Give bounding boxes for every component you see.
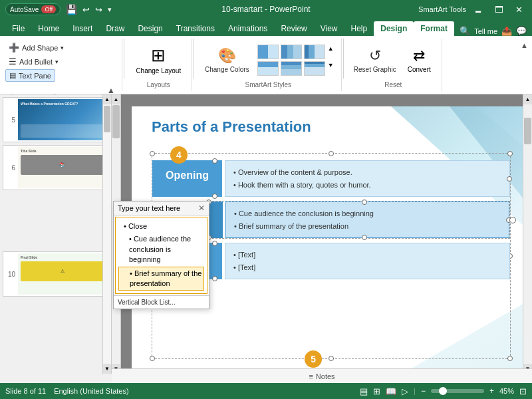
styles-scroll-up[interactable]: ▲ — [327, 44, 335, 60]
zoom-thumb[interactable] — [439, 387, 447, 395]
right-scroll-up[interactable]: ▲ — [523, 94, 532, 104]
slide-info: Slide 8 of 11 — [5, 387, 46, 395]
resize-handle-close[interactable] — [509, 217, 516, 223]
reset-group: ↺ Reset Graphic ⇄ Convert Reset — [345, 39, 442, 91]
view-reading-icon[interactable]: 📖 — [386, 386, 396, 396]
text-pane-icon: ▤ — [9, 71, 16, 80]
main-area: 5 What Makes a Presentation GREAT? 6 Tit… — [0, 94, 532, 374]
tab-file[interactable]: File — [5, 21, 31, 36]
search-icon[interactable]: 🔍 — [460, 26, 470, 36]
layouts-group: ⊞ Change Layout Layouts — [126, 39, 192, 91]
right-scrollbar-thumb[interactable] — [524, 118, 531, 144]
handle-tl — [150, 151, 155, 156]
slide-preview-10: Final Slide ⚠ — [18, 253, 106, 295]
slide-thumbnail-5[interactable]: 5 What Makes a Presentation GREAT? — [3, 97, 108, 142]
view-presentation-icon[interactable]: ▷ — [402, 386, 408, 396]
style-btn-2[interactable] — [281, 45, 302, 59]
zoom-in-icon[interactable]: + — [489, 386, 494, 396]
add-bullet-button[interactable]: ☰ Add Bullet ▾ — [5, 55, 62, 68]
tell-me-text[interactable]: Tell me — [474, 27, 497, 35]
autosave-off-badge: Off — [41, 5, 56, 13]
notes-label: Notes — [316, 372, 335, 380]
slide-thumbnail-10[interactable]: 10 Final Slide ⚠ — [3, 251, 108, 297]
reset-graphic-button[interactable]: ↺ Reset Graphic — [350, 45, 400, 75]
style-btn-6[interactable] — [304, 61, 325, 76]
opening-box[interactable]: Opening — [152, 160, 222, 197]
ribbon-collapse-icon[interactable]: ▲ — [521, 41, 528, 49]
minimize-button[interactable]: 🗕 — [470, 3, 487, 16]
style-btn-1[interactable] — [257, 45, 279, 59]
autosave-toggle[interactable]: AutoSave Off — [5, 3, 61, 15]
text-pane-item-close[interactable]: Close — [118, 220, 204, 233]
scrollbar-track — [103, 104, 111, 364]
tab-help[interactable]: Help — [344, 21, 374, 36]
add-shape-dropdown-icon[interactable]: ▾ — [61, 45, 64, 51]
row1-handle-bot — [212, 194, 217, 199]
tab-home[interactable]: Home — [31, 21, 66, 36]
handle-bm — [329, 356, 334, 361]
text-pane-header: Type your text here ✕ — [114, 201, 209, 215]
style-btn-5[interactable] — [281, 61, 302, 76]
tab-transitions[interactable]: Transitions — [170, 21, 221, 36]
zoom-out-icon[interactable]: − — [421, 386, 426, 396]
scroll-up-arrow[interactable]: ▲ — [103, 94, 111, 104]
autosave-label: AutoSave — [10, 6, 39, 13]
zoom-level[interactable]: 45% — [499, 387, 514, 395]
close-button[interactable]: ✕ — [511, 3, 527, 16]
text-pane-footer[interactable]: Vertical Block List... — [114, 295, 209, 309]
view-slide-sorter-icon[interactable]: ⊞ — [373, 386, 380, 396]
tab-smartart-design[interactable]: Design — [374, 21, 414, 36]
change-colors-button[interactable]: 🎨 Change Colors — [201, 45, 253, 75]
tab-design-ppt[interactable]: Design — [131, 21, 169, 36]
text-pane-item-cue[interactable]: Cue audience the conclusion is beginning — [118, 233, 204, 266]
convert-button[interactable]: ⇄ Convert — [402, 45, 436, 76]
style-btn-3[interactable] — [304, 45, 325, 59]
style-btn-4[interactable] — [257, 61, 279, 76]
zoom-slider[interactable] — [431, 389, 484, 393]
tab-review[interactable]: Review — [274, 21, 313, 36]
change-layout-button[interactable]: ⊞ Change Layout — [132, 43, 185, 77]
comments-icon[interactable]: 💬 — [516, 26, 527, 36]
share-icon[interactable]: 📤 — [501, 26, 512, 36]
canvas-scrollbar-thumb[interactable] — [112, 105, 120, 138]
customize-icon[interactable]: ▾ — [108, 5, 112, 14]
view-normal-icon[interactable]: ▤ — [360, 386, 368, 396]
row3-handle-bot — [212, 276, 217, 281]
maximize-button[interactable]: 🗖 — [491, 3, 507, 16]
slide-preview-5: What Makes a Presentation GREAT? — [18, 99, 106, 140]
text-pane-close-button[interactable]: ✕ — [198, 203, 205, 213]
notes-bar[interactable]: ≡ Notes — [112, 368, 532, 383]
handle-bl — [150, 356, 155, 361]
tab-insert[interactable]: Insert — [66, 21, 99, 36]
add-bullet-dropdown-icon[interactable]: ▾ — [55, 59, 59, 65]
undo-icon[interactable]: ↩ — [82, 5, 90, 15]
save-icon[interactable]: 💾 — [66, 4, 77, 15]
handle-tm — [329, 151, 334, 156]
fit-slide-icon[interactable]: ⊡ — [519, 386, 527, 396]
slide-num-5: 5 — [5, 116, 15, 124]
slide-thumbnail-6[interactable]: 6 Title Slide 📚 — [3, 145, 108, 190]
redo-icon[interactable]: ↪ — [95, 5, 102, 15]
tab-smartart-format[interactable]: Format — [414, 21, 454, 36]
language-info: English (United States) — [54, 387, 129, 395]
scrollbar-thumb[interactable] — [104, 106, 110, 132]
convert-icon: ⇄ — [413, 47, 425, 65]
text-pane-title: Type your text here — [118, 204, 180, 212]
smartart-styles-label: SmartArt Styles — [245, 78, 291, 88]
canvas-scroll-up[interactable]: ▲ — [112, 94, 120, 104]
scroll-down-arrow[interactable]: ▼ — [103, 364, 111, 374]
separator: | — [414, 387, 416, 395]
close-bullet-1: Cue audience the conclusion is beginning — [234, 207, 501, 220]
handle-br — [507, 356, 513, 361]
tab-animations[interactable]: Animations — [221, 21, 274, 36]
tab-draw[interactable]: Draw — [99, 21, 131, 36]
text-pane-item-brief[interactable]: Brief summary of the presentation — [118, 267, 204, 291]
styles-scroll-down[interactable]: ▼ — [327, 61, 335, 76]
statusbar: Slide 8 of 11 English (United States) ▤ … — [0, 383, 532, 399]
text-placeholder-content: [Text] [Text] — [225, 243, 510, 279]
opening-content: Overview of the content & purpose. Hook … — [225, 160, 510, 197]
tab-view[interactable]: View — [314, 21, 344, 36]
row2-handle-top-r — [362, 200, 367, 205]
add-shape-button[interactable]: ➕ Add Shape ▾ — [5, 41, 67, 54]
text-pane-button[interactable]: ▤ Text Pane — [5, 69, 55, 82]
